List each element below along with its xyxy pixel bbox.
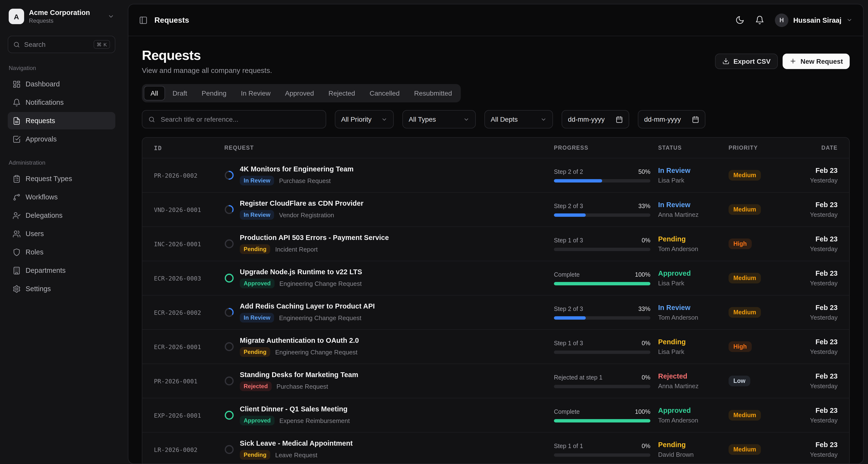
sidebar-item-requests[interactable]: Requests: [8, 112, 115, 129]
table-row[interactable]: PR-2026-0001Standing Desks for Marketing…: [142, 364, 849, 398]
request-id: INC-2026-0001: [154, 240, 217, 248]
topbar: Requests H Hussain Siraaj: [128, 4, 863, 36]
sidebar-item-roles[interactable]: Roles: [8, 243, 115, 261]
table-row[interactable]: LR-2026-0002Sick Leave - Medical Appoint…: [142, 432, 849, 464]
topbar-title: Requests: [154, 16, 189, 24]
progress-percent: 0%: [642, 374, 650, 381]
sidebar-item-notifications[interactable]: Notifications: [8, 94, 115, 111]
status-text: Pending: [658, 441, 721, 448]
tab-resubmitted[interactable]: Resubmitted: [407, 86, 459, 100]
gear-icon: [12, 285, 21, 293]
table-search-input[interactable]: [160, 115, 320, 124]
table-header: IDREQUESTPROGRESSSTATUSPRIORITYDATE: [142, 138, 849, 158]
sidebar-item-users[interactable]: Users: [8, 225, 115, 242]
progress-ring-icon: [224, 205, 234, 214]
priority-badge: Medium: [728, 170, 761, 181]
table-row[interactable]: ECR-2026-0001Migrate Authentication to O…: [142, 329, 849, 364]
tab-all[interactable]: All: [144, 86, 165, 100]
priority-badge: Medium: [728, 307, 761, 318]
sidebar-item-approvals[interactable]: Approvals: [8, 130, 115, 148]
sidebar-search[interactable]: Search ⌘ K: [8, 36, 115, 53]
date-relative: Yesterday: [789, 245, 838, 253]
request-id: PR-2026-0002: [154, 172, 217, 179]
sidebar-item-delegations[interactable]: Delegations: [8, 207, 115, 224]
file-text-icon: [12, 117, 21, 125]
date-from-input[interactable]: dd-mm-yyyy: [562, 110, 629, 128]
status-text: In Review: [658, 167, 721, 174]
sidebar-toggle-icon[interactable]: [139, 16, 148, 24]
status-badge: Pending: [240, 450, 271, 460]
sidebar-item-label: Workflows: [26, 193, 58, 201]
priority-badge: High: [728, 238, 752, 249]
progress-bar: [554, 213, 650, 216]
sidebar-item-label: Notifications: [26, 98, 64, 106]
progress-percent: 100%: [635, 408, 650, 415]
status-filter-tabs: AllDraftPendingIn ReviewApprovedRejected…: [142, 84, 461, 103]
tab-in-review[interactable]: In Review: [234, 86, 277, 100]
request-title: Production API 503 Errors - Payment Serv…: [240, 234, 389, 241]
date-to-input[interactable]: dd-mm-yyyy: [638, 110, 705, 128]
org-subtitle: Requests: [29, 18, 90, 24]
sidebar-item-departments[interactable]: Departments: [8, 262, 115, 279]
request-title: Upgrade Node.js Runtime to v22 LTS: [240, 268, 362, 276]
request-type: Purchase Request: [279, 177, 331, 184]
sidebar-item-dashboard[interactable]: Dashboard: [8, 75, 115, 93]
assignee-name: Lisa Park: [658, 348, 721, 355]
org-switcher[interactable]: A Acme Corporation Requests: [8, 8, 115, 25]
request-title: Migrate Authentication to OAuth 2.0: [240, 337, 359, 344]
tab-rejected[interactable]: Rejected: [321, 86, 362, 100]
chevron-down-icon: [107, 13, 114, 20]
users-icon: [12, 230, 21, 238]
user-avatar: H: [775, 13, 788, 27]
page-subtitle: View and manage all company requests.: [142, 66, 272, 75]
sidebar-item-label: Dashboard: [26, 80, 60, 88]
table-row[interactable]: ECR-2026-0002Add Redis Caching Layer to …: [142, 295, 849, 329]
sidebar-item-settings[interactable]: Settings: [8, 280, 115, 297]
shield-icon: [12, 248, 21, 256]
sidebar-item-request-types[interactable]: Request Types: [8, 170, 115, 187]
table-row[interactable]: EXP-2026-0001Client Dinner - Q1 Sales Me…: [142, 398, 849, 432]
sidebar-section-label: Administration: [8, 160, 115, 166]
notifications-bell-icon[interactable]: [755, 16, 764, 25]
assignee-name: Tom Anderson: [658, 245, 721, 253]
date: Feb 23: [789, 304, 838, 312]
filters-row: All Priority All Types All Depts dd-mm-y…: [142, 110, 850, 128]
org-avatar: A: [9, 9, 24, 24]
column-header-priority: PRIORITY: [728, 145, 782, 151]
check-square-icon: [12, 135, 21, 143]
theme-toggle-moon-icon[interactable]: [735, 16, 744, 25]
table-search-field[interactable]: [142, 110, 326, 128]
tab-cancelled[interactable]: Cancelled: [363, 86, 406, 100]
priority-filter-select[interactable]: All Priority: [335, 110, 394, 128]
search-icon: [13, 41, 20, 48]
user-menu[interactable]: H Hussain Siraaj: [775, 13, 852, 27]
tab-approved[interactable]: Approved: [278, 86, 321, 100]
request-id: ECR-2026-0003: [154, 274, 217, 282]
tab-draft[interactable]: Draft: [166, 86, 194, 100]
sidebar-item-label: Departments: [26, 266, 66, 274]
request-id: ECR-2026-0002: [154, 309, 217, 316]
priority-badge: High: [728, 341, 752, 352]
progress-step-label: Step 2 of 2: [554, 168, 583, 175]
sidebar-item-workflows[interactable]: Workflows: [8, 188, 115, 206]
request-id: ECR-2026-0001: [154, 343, 217, 350]
department-filter-select[interactable]: All Depts: [485, 110, 553, 128]
progress-percent: 33%: [638, 306, 650, 312]
tab-pending[interactable]: Pending: [195, 86, 233, 100]
request-type: Vendor Registration: [279, 211, 334, 219]
table-row[interactable]: ECR-2026-0003Upgrade Node.js Runtime to …: [142, 261, 849, 295]
date-relative: Yesterday: [789, 314, 838, 321]
progress-bar: [554, 384, 650, 388]
search-icon: [148, 116, 155, 123]
table-row[interactable]: PR-2026-00024K Monitors for Engineering …: [142, 158, 849, 192]
progress-percent: 0%: [642, 442, 650, 449]
new-request-button[interactable]: New Request: [783, 53, 850, 69]
type-filter-select[interactable]: All Types: [402, 110, 476, 128]
table-row[interactable]: INC-2026-0001Production API 503 Errors -…: [142, 227, 849, 261]
bell-icon: [12, 98, 21, 107]
request-title: Add Redis Caching Layer to Product API: [240, 302, 375, 310]
progress-step-label: Step 1 of 3: [554, 340, 583, 346]
progress-ring-icon: [224, 410, 234, 420]
export-csv-button[interactable]: Export CSV: [715, 53, 778, 69]
table-row[interactable]: VND-2026-0001Register CloudFlare as CDN …: [142, 192, 849, 227]
